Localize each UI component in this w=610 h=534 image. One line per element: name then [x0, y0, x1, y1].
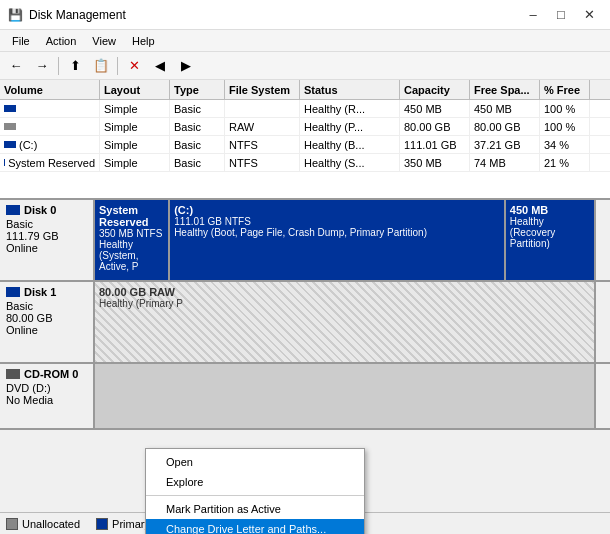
- vol-pct: 100 %: [540, 100, 590, 117]
- vol-name: [0, 118, 100, 135]
- vol-cap: 450 MB: [400, 100, 470, 117]
- toolbar: ← → ⬆ 📋 ✕ ◀ ▶: [0, 52, 610, 80]
- vol-free: 74 MB: [470, 154, 540, 171]
- menu-help[interactable]: Help: [124, 33, 163, 49]
- vol-fs: RAW: [225, 118, 300, 135]
- vol-status: Healthy (S...: [300, 154, 400, 171]
- vol-layout: Simple: [100, 154, 170, 171]
- ctx-explore[interactable]: Explore: [146, 472, 364, 492]
- toolbar-prev[interactable]: ◀: [148, 55, 172, 77]
- legend-unallocated: Unallocated: [6, 518, 80, 530]
- disk-0-part-2[interactable]: (C:) 111.01 GB NTFS Healthy (Boot, Page …: [170, 200, 506, 280]
- ctx-sep-1: [146, 495, 364, 496]
- vol-pct: 21 %: [540, 154, 590, 171]
- vol-icon: [4, 159, 5, 166]
- vol-free: 80.00 GB: [470, 118, 540, 135]
- disk-size: 111.79 GB: [6, 230, 87, 242]
- vol-layout: Simple: [100, 136, 170, 153]
- disk-icon: [6, 369, 20, 379]
- legend-primary-box: [96, 518, 108, 530]
- vol-name: (C:): [0, 136, 100, 153]
- toolbar-show-hide[interactable]: 📋: [89, 55, 113, 77]
- vol-icon: [4, 141, 16, 148]
- vol-icon: [4, 123, 16, 130]
- table-row[interactable]: Simple Basic Healthy (R... 450 MB 450 MB…: [0, 100, 610, 118]
- vol-status: Healthy (B...: [300, 136, 400, 153]
- toolbar-sep-1: [58, 57, 59, 75]
- vol-icon: [4, 105, 16, 112]
- table-header: Volume Layout Type File System Status Ca…: [0, 80, 610, 100]
- toolbar-next[interactable]: ▶: [174, 55, 198, 77]
- maximize-button[interactable]: □: [548, 5, 574, 25]
- vol-cap: 111.01 GB: [400, 136, 470, 153]
- col-header-capacity[interactable]: Capacity: [400, 80, 470, 99]
- vol-type: Basic: [170, 100, 225, 117]
- col-header-type[interactable]: Type: [170, 80, 225, 99]
- menu-view[interactable]: View: [84, 33, 124, 49]
- vol-free: 37.21 GB: [470, 136, 540, 153]
- menu-file[interactable]: File: [4, 33, 38, 49]
- scroll-spacer: [596, 200, 610, 280]
- close-button[interactable]: ✕: [576, 5, 602, 25]
- table-row[interactable]: System Reserved Simple Basic NTFS Health…: [0, 154, 610, 172]
- vol-type: Basic: [170, 118, 225, 135]
- disk-1-part-1[interactable]: 80.00 GB RAW Healthy (Primary P: [95, 282, 596, 362]
- disk-size: 80.00 GB: [6, 312, 87, 324]
- legend-unalloc-box: [6, 518, 18, 530]
- table-row[interactable]: Simple Basic RAW Healthy (P... 80.00 GB …: [0, 118, 610, 136]
- disk-0-label: Disk 0 Basic 111.79 GB Online: [0, 200, 95, 280]
- disk-id: Disk 0: [24, 204, 56, 216]
- table-row[interactable]: (C:) Simple Basic NTFS Healthy (B... 111…: [0, 136, 610, 154]
- main-content: Volume Layout Type File System Status Ca…: [0, 80, 610, 534]
- disk-icon: [6, 205, 20, 215]
- vol-status: Healthy (R...: [300, 100, 400, 117]
- disk-status: No Media: [6, 394, 87, 406]
- vol-fs: [225, 100, 300, 117]
- disk-1-label: Disk 1 Basic 80.00 GB Online: [0, 282, 95, 362]
- toolbar-back[interactable]: ←: [4, 55, 28, 77]
- vol-name: [0, 100, 100, 117]
- vol-free: 450 MB: [470, 100, 540, 117]
- menu-action[interactable]: Action: [38, 33, 85, 49]
- ctx-open[interactable]: Open: [146, 452, 364, 472]
- col-header-volume[interactable]: Volume: [0, 80, 100, 99]
- cdrom-0-row: CD-ROM 0 DVD (D:) No Media: [0, 364, 610, 430]
- ctx-change-drive-letter[interactable]: Change Drive Letter and Paths...: [146, 519, 364, 534]
- vol-type: Basic: [170, 154, 225, 171]
- vol-status: Healthy (P...: [300, 118, 400, 135]
- cdrom-0-partitions: [95, 364, 596, 428]
- cdrom-0-part: [95, 364, 596, 428]
- disk-0-part-1[interactable]: System Reserved 350 MB NTFS Healthy (Sys…: [95, 200, 170, 280]
- toolbar-up[interactable]: ⬆: [63, 55, 87, 77]
- disk-0-row: Disk 0 Basic 111.79 GB Online System Res…: [0, 200, 610, 282]
- disk-0-part-3[interactable]: 450 MB Healthy (Recovery Partition): [506, 200, 596, 280]
- vol-type: Basic: [170, 136, 225, 153]
- disk-status: Online: [6, 324, 87, 336]
- scroll-spacer: [596, 282, 610, 362]
- col-header-layout[interactable]: Layout: [100, 80, 170, 99]
- disk-type: Basic: [6, 218, 87, 230]
- vol-pct: 34 %: [540, 136, 590, 153]
- col-header-free[interactable]: Free Spa...: [470, 80, 540, 99]
- col-header-fs[interactable]: File System: [225, 80, 300, 99]
- vol-cap: 350 MB: [400, 154, 470, 171]
- app-icon: 💾: [8, 8, 23, 22]
- window-title: Disk Management: [29, 8, 126, 22]
- toolbar-sep-2: [117, 57, 118, 75]
- disk-id: CD-ROM 0: [24, 368, 78, 380]
- disk-type: Basic: [6, 300, 87, 312]
- title-bar-left: 💾 Disk Management: [8, 8, 126, 22]
- ctx-mark-active[interactable]: Mark Partition as Active: [146, 499, 364, 519]
- toolbar-forward[interactable]: →: [30, 55, 54, 77]
- toolbar-delete[interactable]: ✕: [122, 55, 146, 77]
- col-header-pct[interactable]: % Free: [540, 80, 590, 99]
- disk-type: DVD (D:): [6, 382, 87, 394]
- col-header-status[interactable]: Status: [300, 80, 400, 99]
- vol-cap: 80.00 GB: [400, 118, 470, 135]
- context-menu: Open Explore Mark Partition as Active Ch…: [145, 448, 365, 534]
- cdrom-0-label: CD-ROM 0 DVD (D:) No Media: [0, 364, 95, 428]
- disk-icon: [6, 287, 20, 297]
- minimize-button[interactable]: –: [520, 5, 546, 25]
- legend-unalloc-label: Unallocated: [22, 518, 80, 530]
- vol-layout: Simple: [100, 118, 170, 135]
